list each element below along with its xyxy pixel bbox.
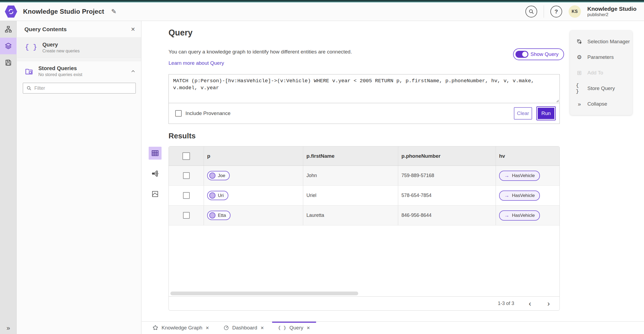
rail-item-hierarchy[interactable] [0, 21, 17, 38]
node-pill[interactable]: Uri [207, 191, 228, 200]
table-empty-area [169, 225, 559, 296]
left-icon-rail: » [0, 21, 17, 334]
query-input[interactable]: MATCH (p:Person)-[hv:HasVehicle]->(v:Veh… [169, 74, 559, 103]
rail-item-queries[interactable] [0, 38, 17, 54]
results-title: Results [169, 132, 196, 140]
panel-item-stored-queries[interactable]: Stored Queries No stored queries exist [17, 61, 141, 81]
close-panel-icon[interactable]: ✕ [131, 26, 135, 33]
parameters-label: Parameters [587, 54, 614, 60]
previous-page-button[interactable]: ‹ [527, 300, 533, 307]
row-checkbox[interactable] [183, 212, 190, 219]
clear-button[interactable]: Clear [514, 107, 532, 120]
close-tab-icon[interactable]: ✕ [206, 325, 209, 331]
active-tab-indicator [272, 322, 316, 323]
panel-header: Query Contents ✕ [17, 21, 141, 38]
edge-pill[interactable]: → HasVehicle [499, 171, 540, 181]
filter-input[interactable] [34, 85, 132, 91]
edge-label: HasVehicle [512, 213, 535, 218]
query-description: You can query a knowledge graph to ident… [169, 49, 352, 55]
user-avatar[interactable]: KS [569, 5, 581, 18]
braces-icon: { } [25, 44, 37, 51]
column-header-phonenumber[interactable]: p.phoneNumber [398, 146, 496, 166]
search-icon [528, 9, 534, 15]
edge-label: HasVehicle [512, 193, 535, 198]
learn-more-link[interactable]: Learn more about Query [169, 60, 224, 66]
query-editor-box: MATCH (p:Person)-[hv:HasVehicle]->(v:Veh… [169, 74, 560, 124]
collapse-chevrons-icon: » [576, 101, 583, 107]
show-query-toggle[interactable]: Show Query [513, 48, 564, 60]
panel-title: Query Contents [24, 26, 67, 33]
avatar-initials: KS [572, 9, 578, 14]
node-label: Uri [218, 193, 224, 198]
user-name: Knowledge Studio [587, 6, 636, 12]
node-circle-icon [209, 173, 215, 179]
stored-queries-folder-icon [25, 67, 33, 75]
close-tab-icon[interactable]: ✕ [260, 325, 264, 331]
results-view-switcher [148, 147, 163, 208]
node-pill[interactable]: Joe [207, 171, 230, 180]
edit-title-icon[interactable]: ✎ [111, 8, 116, 15]
app-logo[interactable] [5, 5, 17, 18]
run-button[interactable]: Run [536, 106, 556, 120]
edge-pill[interactable]: → HasVehicle [499, 191, 540, 201]
results-card: p p.firstName p.phoneNumber hv Joe John … [169, 146, 560, 311]
toggle-track [515, 51, 528, 58]
top-accent-strip [0, 0, 644, 2]
parameters-button[interactable]: ⚙ Parameters [570, 49, 632, 65]
filter-field[interactable] [23, 83, 136, 94]
table-row[interactable]: Uri Uriel 578-654-7854 → HasVehicle [169, 186, 559, 206]
cell-phonenumber: 578-654-7854 [398, 186, 496, 205]
table-row[interactable]: Joe John 759-889-57168 → HasVehicle [169, 166, 559, 186]
hierarchy-tree-icon [5, 26, 12, 33]
help-button[interactable]: ? [550, 6, 562, 17]
actions-panel: Selection Manager ⚙ Parameters ⊞ Add To … [570, 31, 632, 115]
cell-phonenumber: 846-956-8644 [398, 206, 496, 225]
selection-manager-label: Selection Manager [587, 39, 630, 45]
horizontal-scrollbar[interactable] [170, 292, 358, 295]
bottom-tab-bar: Knowledge Graph ✕ Dashboard ✕ { } Query … [142, 321, 644, 334]
collapse-section-icon[interactable] [130, 69, 136, 74]
topbar-divider [544, 5, 544, 18]
tab-label: Dashboard [232, 325, 257, 331]
table-view-icon [151, 149, 159, 157]
pagination-footer: 1-3 of 3 ‹ › [169, 296, 559, 310]
expand-rail-icon[interactable]: » [0, 324, 17, 332]
query-item-subtitle: Create new queries [42, 49, 80, 53]
tab-dashboard[interactable]: Dashboard ✕ [216, 322, 271, 334]
tab-query[interactable]: { } Query ✕ [271, 322, 317, 334]
select-all-checkbox[interactable] [182, 152, 190, 160]
column-header-hv[interactable]: hv [496, 146, 559, 166]
panel-item-query[interactable]: { } Query Create new queries [17, 38, 141, 58]
close-tab-icon[interactable]: ✕ [306, 325, 310, 331]
edge-arrow-icon: → [504, 173, 509, 178]
collapse-panel-button[interactable]: » Collapse [570, 96, 632, 112]
include-provenance-label: Include Provenance [185, 110, 230, 116]
rail-item-save[interactable] [0, 54, 17, 71]
include-provenance-checkbox[interactable] [175, 110, 182, 117]
store-query-button[interactable]: { } Store Query [570, 81, 632, 96]
edge-pill[interactable]: → HasVehicle [499, 210, 540, 221]
user-info: Knowledge Studio publisher2 [587, 6, 636, 17]
graph-view-button[interactable] [149, 167, 162, 180]
column-header-p[interactable]: p [204, 146, 303, 166]
dashboard-gauge-icon [223, 325, 229, 331]
node-pill[interactable]: Etta [207, 211, 230, 220]
stored-queries-title: Stored Queries [38, 65, 82, 71]
table-row[interactable]: Etta Lauretta 846-956-8644 → HasVehicle [169, 206, 559, 225]
node-circle-icon [209, 212, 215, 218]
node-label: Joe [218, 173, 225, 178]
table-view-button[interactable] [149, 147, 162, 160]
next-page-button[interactable]: › [546, 300, 551, 307]
search-button[interactable] [525, 6, 537, 17]
row-checkbox[interactable] [183, 192, 190, 199]
tab-knowledge-graph[interactable]: Knowledge Graph ✕ [145, 322, 216, 334]
node-label: Etta [218, 213, 226, 218]
row-checkbox[interactable] [183, 172, 190, 179]
resize-handle-icon[interactable] [556, 99, 559, 102]
cell-firstname: Lauretta [303, 206, 398, 225]
page-title: Query [169, 28, 193, 38]
column-header-firstname[interactable]: p.firstName [303, 146, 398, 166]
selection-manager-button[interactable]: Selection Manager [570, 34, 632, 49]
map-view-button[interactable] [149, 188, 162, 200]
add-to-button: ⊞ Add To [570, 65, 632, 81]
